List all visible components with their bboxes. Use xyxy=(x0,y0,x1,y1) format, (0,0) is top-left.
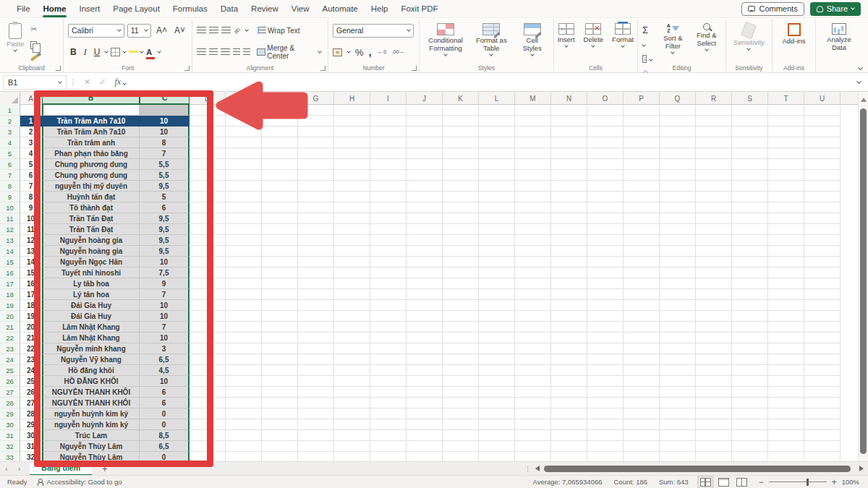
cell-N3[interactable] xyxy=(551,127,587,137)
column-header-G[interactable]: G xyxy=(298,92,334,105)
cell-F4[interactable] xyxy=(262,137,298,148)
cell-C18[interactable]: 7 xyxy=(140,289,190,300)
cell-H33[interactable] xyxy=(334,452,370,461)
cell-Q10[interactable] xyxy=(660,202,696,213)
cell-H30[interactable] xyxy=(334,419,370,430)
cell-U29[interactable] xyxy=(804,408,841,419)
cell-P20[interactable] xyxy=(624,311,660,322)
cell-A14[interactable]: 13 xyxy=(20,246,42,257)
cell-E4[interactable] xyxy=(226,137,262,148)
cell-J33[interactable] xyxy=(407,452,443,461)
cell-U26[interactable] xyxy=(804,376,841,387)
cell-O29[interactable] xyxy=(587,408,624,419)
cell-F23[interactable] xyxy=(262,343,298,354)
zoom-slider-knob[interactable] xyxy=(807,479,809,486)
cell-H28[interactable] xyxy=(334,398,370,408)
align-left-icon[interactable] xyxy=(197,48,206,56)
cell-L13[interactable] xyxy=(479,235,515,246)
cell-R11[interactable] xyxy=(696,213,732,224)
cell-T29[interactable] xyxy=(768,408,804,419)
cell-G18[interactable] xyxy=(298,289,334,300)
cell-N28[interactable] xyxy=(551,398,587,408)
cell-L30[interactable] xyxy=(479,419,515,430)
cell-H21[interactable] xyxy=(334,322,370,333)
cell-J19[interactable] xyxy=(407,300,443,311)
row-header-4[interactable]: 4 xyxy=(0,137,20,148)
cell-G4[interactable] xyxy=(298,137,334,148)
italic-button[interactable]: I xyxy=(82,47,89,58)
cell-S14[interactable] xyxy=(732,246,768,257)
format-painter-icon[interactable] xyxy=(30,55,38,62)
cell-F10[interactable] xyxy=(262,202,298,213)
cell-O15[interactable] xyxy=(587,257,624,267)
cell-S6[interactable] xyxy=(732,159,768,170)
cell-M16[interactable] xyxy=(515,267,551,278)
cell-L3[interactable] xyxy=(479,127,515,137)
cell-F2[interactable] xyxy=(262,116,298,127)
cell-N29[interactable] xyxy=(551,408,587,419)
cell-N8[interactable] xyxy=(551,181,587,192)
cell-T27[interactable] xyxy=(768,387,804,398)
cell-R25[interactable] xyxy=(696,365,732,376)
cell-T25[interactable] xyxy=(768,365,804,376)
cell-Q20[interactable] xyxy=(660,311,696,322)
insert-cells-button[interactable]: Insert xyxy=(556,22,577,62)
cell-I13[interactable] xyxy=(370,235,407,246)
cell-B7[interactable]: Chung phương dung xyxy=(42,170,140,181)
cell-E1[interactable] xyxy=(226,105,262,116)
cell-D15[interactable] xyxy=(190,257,226,267)
cell-I28[interactable] xyxy=(370,398,407,408)
cell-F33[interactable] xyxy=(262,452,298,461)
cell-T33[interactable] xyxy=(768,452,804,461)
cell-C5[interactable]: 7 xyxy=(140,148,190,159)
cell-D13[interactable] xyxy=(190,235,226,246)
cell-E21[interactable] xyxy=(226,322,262,333)
cell-M4[interactable] xyxy=(515,137,551,148)
cell-B22[interactable]: Lâm Nhật Khang xyxy=(42,333,140,343)
format-cells-button[interactable]: Format xyxy=(610,22,636,62)
cell-T5[interactable] xyxy=(768,148,804,159)
cell-D29[interactable] xyxy=(190,408,226,419)
cell-U1[interactable] xyxy=(804,105,841,116)
cut-icon[interactable]: ✂ xyxy=(30,25,38,34)
cell-G27[interactable] xyxy=(298,387,334,398)
cell-F8[interactable] xyxy=(262,181,298,192)
cell-T17[interactable] xyxy=(768,278,804,289)
cell-M11[interactable] xyxy=(515,213,551,224)
cell-O25[interactable] xyxy=(587,365,624,376)
cell-J4[interactable] xyxy=(407,137,443,148)
cell-E32[interactable] xyxy=(226,441,262,452)
cell-M7[interactable] xyxy=(515,170,551,181)
cell-A30[interactable]: 29 xyxy=(20,419,42,430)
cell-F26[interactable] xyxy=(262,376,298,387)
cell-L25[interactable] xyxy=(479,365,515,376)
cell-E26[interactable] xyxy=(226,376,262,387)
cell-A1[interactable] xyxy=(20,105,42,116)
cell-O20[interactable] xyxy=(587,311,624,322)
cell-T3[interactable] xyxy=(768,127,804,137)
cell-Q4[interactable] xyxy=(660,137,696,148)
cell-U8[interactable] xyxy=(804,181,841,192)
cell-D1[interactable] xyxy=(190,105,226,116)
cell-O24[interactable] xyxy=(587,354,624,365)
column-header-P[interactable]: P xyxy=(624,92,660,105)
cell-E13[interactable] xyxy=(226,235,262,246)
cell-M25[interactable] xyxy=(515,365,551,376)
name-box[interactable]: B1 xyxy=(3,75,67,90)
cell-I29[interactable] xyxy=(370,408,407,419)
cell-K24[interactable] xyxy=(443,354,479,365)
cell-L11[interactable] xyxy=(479,213,515,224)
cell-I9[interactable] xyxy=(370,192,407,202)
cell-B4[interactable]: Trần trâm anh xyxy=(42,137,140,148)
cell-O18[interactable] xyxy=(587,289,624,300)
cell-R20[interactable] xyxy=(696,311,732,322)
cell-P15[interactable] xyxy=(624,257,660,267)
cell-D32[interactable] xyxy=(190,441,226,452)
cell-I31[interactable] xyxy=(370,430,407,441)
cell-D2[interactable] xyxy=(190,116,226,127)
cell-E19[interactable] xyxy=(226,300,262,311)
cell-F18[interactable] xyxy=(262,289,298,300)
alignment-dialog-launcher[interactable] xyxy=(320,66,326,71)
vertical-scrollbar[interactable] xyxy=(858,92,868,461)
scroll-left-icon[interactable] xyxy=(535,466,540,471)
